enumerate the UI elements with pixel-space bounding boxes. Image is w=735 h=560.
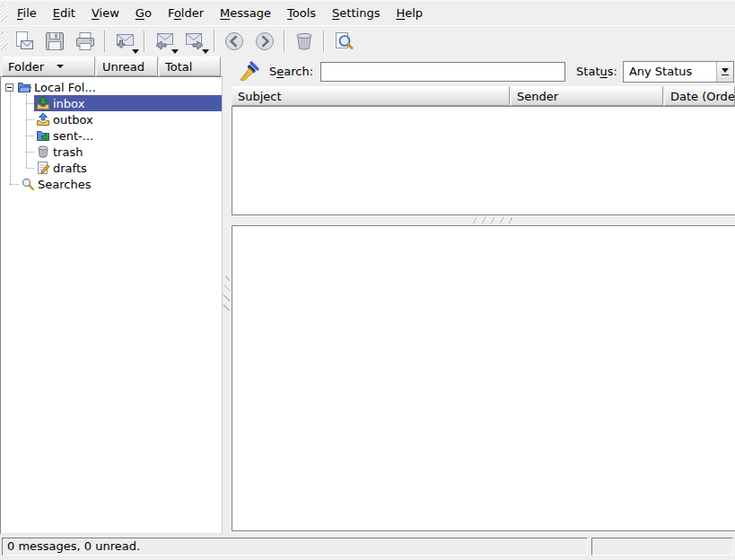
splitter-grip-icon — [472, 217, 513, 223]
menu-help[interactable]: Help — [388, 4, 431, 22]
menu-edit[interactable]: Edit — [45, 4, 83, 22]
menubar-drag-handle[interactable] — [1, 4, 7, 22]
folder-item-trash[interactable]: trash — [34, 144, 222, 160]
folder-column-headers: Folder Unread Total — [0, 57, 223, 76]
sender-column-header[interactable]: Sender — [511, 86, 663, 106]
toolbar-separator — [214, 31, 215, 52]
message-preview-pane — [232, 225, 735, 531]
folder-item-drafts[interactable]: drafts — [34, 160, 222, 176]
save-icon — [44, 31, 66, 52]
folder-tree[interactable]: Local Fol... inbox outbox — [0, 76, 223, 534]
check-mail-button[interactable] — [110, 28, 139, 55]
inbox-icon — [36, 96, 50, 110]
save-button[interactable] — [40, 28, 69, 55]
message-panel: Search: Status: Any Status Subject — [232, 57, 735, 534]
menu-go[interactable]: Go — [127, 4, 160, 22]
tree-connector — [10, 184, 19, 185]
find-messages-button[interactable] — [329, 28, 358, 55]
previous-message-button[interactable] — [220, 28, 249, 55]
menu-file[interactable]: File — [9, 4, 45, 22]
main-toolbar — [0, 25, 735, 56]
folder-item-sent-mail[interactable]: sent-... — [34, 127, 222, 144]
tree-connector — [26, 168, 34, 169]
tree-connector — [10, 92, 11, 184]
sort-caret-icon — [57, 65, 64, 68]
toolbar-separator — [284, 31, 285, 52]
menu-tools[interactable]: Tools — [279, 4, 324, 22]
list-preview-splitter[interactable] — [232, 215, 735, 225]
toolbar-separator — [144, 31, 145, 52]
forward-button[interactable] — [180, 28, 209, 55]
menu-bar: File Edit View Go Folder Message Tools S… — [0, 1, 735, 25]
folder-panel: Folder Unread Total — [0, 57, 223, 534]
trash-button[interactable] — [290, 28, 319, 55]
splitter-grip-icon — [223, 276, 230, 311]
next-message-icon — [254, 31, 276, 52]
menu-message[interactable]: Message — [212, 4, 279, 22]
menu-folder[interactable]: Folder — [160, 4, 212, 22]
print-button[interactable] — [71, 28, 100, 55]
searches-icon — [21, 177, 35, 191]
collapse-expander-icon[interactable] — [5, 83, 13, 92]
toolbar-separator — [323, 31, 325, 52]
check-mail-dropdown-caret[interactable] — [132, 49, 139, 54]
folder-column-header[interactable]: Folder — [2, 57, 95, 76]
folder-item-local-folders[interactable]: Local Fol... — [1, 79, 222, 95]
next-message-button[interactable] — [250, 28, 279, 55]
status-secondary-panel — [591, 538, 733, 556]
outbox-icon — [36, 112, 50, 127]
tree-connector — [26, 103, 34, 104]
clear-search-button[interactable] — [237, 60, 262, 83]
previous-message-icon — [223, 31, 245, 52]
message-list[interactable] — [232, 106, 735, 215]
subject-column-header[interactable]: Subject — [232, 86, 510, 106]
folder-item-outbox[interactable]: outbox — [34, 111, 222, 127]
broom-icon — [238, 60, 261, 83]
status-filter-select[interactable]: Any Status — [623, 61, 734, 83]
folder-item-searches[interactable]: Searches — [19, 176, 222, 192]
status-bar: 0 messages, 0 unread. — [0, 534, 735, 560]
tree-connector — [26, 94, 27, 168]
toolbar-separator — [104, 31, 106, 52]
new-message-button[interactable] — [10, 28, 39, 55]
new-message-icon — [13, 31, 35, 52]
trash-folder-icon — [36, 144, 50, 159]
find-messages-icon — [333, 31, 354, 52]
tree-connector — [26, 119, 34, 120]
menu-settings[interactable]: Settings — [324, 4, 388, 22]
menu-view[interactable]: View — [83, 4, 127, 22]
trash-icon — [293, 31, 315, 52]
forward-dropdown-caret[interactable] — [202, 49, 209, 54]
status-label: Status: — [576, 65, 617, 78]
search-label: Search: — [269, 65, 313, 78]
reply-dropdown-caret[interactable] — [171, 49, 179, 54]
folder-list-splitter[interactable] — [223, 57, 232, 534]
folder-item-inbox[interactable]: inbox — [34, 95, 222, 111]
drafts-icon — [36, 161, 50, 175]
sent-mail-icon — [36, 128, 50, 143]
date-column-header[interactable]: Date (Order o — [664, 86, 735, 106]
status-message-panel: 0 messages, 0 unread. — [2, 538, 588, 556]
chevron-down-icon — [722, 68, 729, 73]
search-bar: Search: Status: Any Status — [232, 57, 735, 86]
search-input[interactable] — [320, 62, 565, 82]
combo-dropdown-button[interactable] — [716, 62, 733, 82]
reply-button[interactable] — [150, 28, 179, 55]
toolbar-drag-handle[interactable] — [1, 31, 7, 50]
folder-open-icon — [17, 80, 31, 94]
main-area: Folder Unread Total — [0, 57, 735, 534]
total-column-header[interactable]: Total — [159, 57, 221, 76]
unread-column-header[interactable]: Unread — [96, 57, 158, 76]
kmail-window: File Edit View Go Folder Message Tools S… — [0, 0, 735, 560]
tree-connector — [26, 136, 34, 136]
message-list-section: Subject Sender Date (Order o — [232, 86, 735, 215]
tree-connector — [26, 152, 34, 153]
print-icon — [74, 31, 96, 52]
message-list-headers: Subject Sender Date (Order o — [232, 86, 735, 106]
